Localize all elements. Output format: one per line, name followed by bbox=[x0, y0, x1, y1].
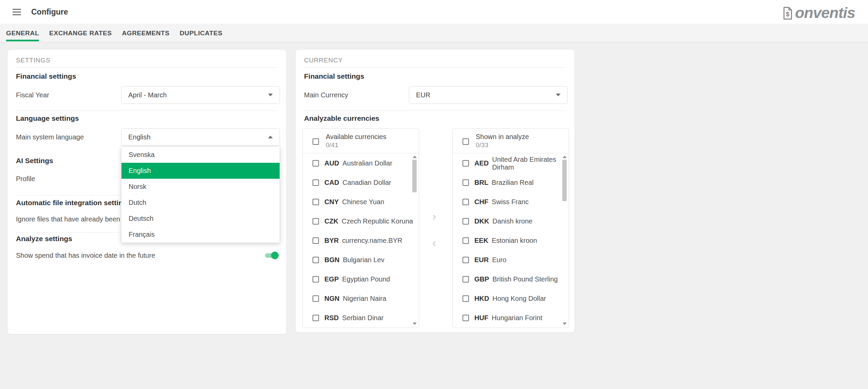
tab[interactable]: AGREEMENTS bbox=[122, 24, 169, 42]
scrollbar-thumb[interactable] bbox=[562, 160, 567, 201]
currency-checkbox[interactable] bbox=[313, 199, 319, 205]
scroll-down-icon[interactable] bbox=[563, 323, 567, 325]
currency-name: Australian Dollar bbox=[342, 159, 392, 167]
currency-list-item[interactable]: CZK Czech Republic Koruna bbox=[303, 212, 419, 231]
currency-list-item[interactable]: EEK Estonian kroon bbox=[453, 231, 569, 250]
fiscal-year-select[interactable]: April - March bbox=[121, 86, 280, 104]
tab[interactable]: GENERAL bbox=[6, 24, 39, 42]
currency-list-item[interactable]: GBP British Pound Sterling bbox=[453, 270, 569, 289]
chevron-down-icon bbox=[556, 94, 561, 96]
currency-list-item[interactable]: BYR currency.name.BYR bbox=[303, 231, 419, 250]
language-option-label: Deutsch bbox=[129, 215, 153, 222]
currency-checkbox[interactable] bbox=[463, 237, 469, 244]
currency-checkbox[interactable] bbox=[313, 179, 319, 186]
menu-icon[interactable] bbox=[13, 9, 21, 15]
move-right-button[interactable]: › bbox=[432, 210, 436, 222]
currency-checkbox[interactable] bbox=[463, 160, 469, 167]
available-currencies-label: Available currencies bbox=[326, 133, 386, 141]
currency-checkbox[interactable] bbox=[463, 295, 469, 302]
currency-financial-settings-title: Financial settings bbox=[304, 72, 364, 80]
main-system-language-label: Main system language bbox=[16, 133, 84, 141]
shown-in-analyze-listbox: Shown in analyze 0/33 AED United Arab Em… bbox=[452, 128, 569, 328]
scroll-down-icon[interactable] bbox=[413, 323, 417, 325]
currency-checkbox[interactable] bbox=[463, 199, 469, 205]
currency-code: EEK bbox=[474, 237, 488, 245]
main-currency-value: EUR bbox=[416, 91, 430, 99]
currency-checkbox[interactable] bbox=[313, 160, 319, 167]
select-all-shown-checkbox[interactable] bbox=[463, 138, 469, 145]
currency-list-item[interactable]: EUR Euro bbox=[453, 250, 569, 270]
currency-checkbox[interactable] bbox=[313, 295, 319, 302]
currency-name: Hong Kong Dollar bbox=[492, 295, 546, 303]
currency-name: Brazilian Real bbox=[492, 179, 533, 187]
language-option-label: Français bbox=[129, 231, 155, 238]
language-option[interactable]: Svenska bbox=[121, 147, 280, 163]
select-all-available-checkbox[interactable] bbox=[313, 138, 319, 145]
language-dropdown-menu: Svenska English Norsk Dutch Deutsch Fran… bbox=[121, 147, 280, 243]
currency-checkbox[interactable] bbox=[463, 276, 469, 283]
invoice-document-icon[interactable]: $ bbox=[782, 7, 793, 21]
scrollbar[interactable] bbox=[562, 156, 567, 325]
scroll-up-icon[interactable] bbox=[413, 156, 417, 158]
currency-list-item[interactable]: BGN Bulgarian Lev bbox=[303, 250, 419, 270]
scroll-up-icon[interactable] bbox=[563, 156, 567, 158]
currency-checkbox[interactable] bbox=[313, 237, 319, 244]
language-option[interactable]: English bbox=[121, 163, 280, 179]
currency-name: Chinese Yuan bbox=[342, 198, 384, 206]
currency-list-item[interactable]: CAD Canadian Dollar bbox=[303, 173, 419, 192]
show-spend-toggle[interactable] bbox=[265, 251, 279, 259]
language-settings-title: Language settings bbox=[16, 114, 79, 122]
tab[interactable]: EXCHANGE RATES bbox=[49, 24, 112, 42]
currency-checkbox[interactable] bbox=[313, 218, 319, 225]
currency-checkbox[interactable] bbox=[313, 315, 319, 321]
shown-in-analyze-list: AED United Arab Emirates Dirham BRL Braz… bbox=[453, 154, 569, 327]
settings-card: SETTINGS Financial settings Fiscal Year … bbox=[7, 49, 287, 334]
chevron-up-icon bbox=[268, 136, 273, 138]
chevron-down-icon bbox=[268, 94, 273, 96]
ai-settings-title: AI Settings bbox=[16, 157, 53, 165]
currency-list-item[interactable]: HKD Hong Kong Dollar bbox=[453, 289, 569, 308]
currency-name: Bulgarian Lev bbox=[343, 256, 384, 264]
currency-list-item[interactable]: HUF Hungarian Forint bbox=[453, 308, 569, 328]
language-option[interactable]: Deutsch bbox=[121, 211, 280, 227]
tab-bar: GENERAL EXCHANGE RATES AGREEMENTS DUPLIC… bbox=[0, 24, 868, 43]
available-currencies-count: 0/41 bbox=[326, 141, 386, 149]
currency-list-item[interactable]: NGN Nigerian Naira bbox=[303, 289, 419, 308]
language-option[interactable]: Dutch bbox=[121, 195, 280, 211]
tab[interactable]: DUPLICATES bbox=[180, 24, 223, 42]
currency-checkbox[interactable] bbox=[463, 315, 469, 321]
currency-list-item[interactable]: AED United Arab Emirates Dirham bbox=[453, 154, 569, 173]
scrollbar-thumb[interactable] bbox=[412, 160, 417, 192]
available-currencies-listbox: Available currencies 0/41 AUD Australian… bbox=[302, 128, 419, 328]
currency-code: CAD bbox=[324, 179, 339, 187]
toggle-knob bbox=[271, 252, 279, 259]
currency-list-item[interactable]: CHF Swiss Franc bbox=[453, 192, 569, 212]
tab-label: GENERAL bbox=[6, 30, 39, 37]
currency-list-item[interactable]: CNY Chinese Yuan bbox=[303, 192, 419, 212]
main-currency-select[interactable]: EUR bbox=[409, 86, 568, 104]
currency-list-item[interactable]: EGP Egyptian Pound bbox=[303, 270, 419, 289]
currency-list-item[interactable]: AUD Australian Dollar bbox=[303, 154, 419, 173]
currency-list-item[interactable]: BRL Brazilian Real bbox=[453, 173, 569, 192]
language-option[interactable]: Norsk bbox=[121, 179, 280, 195]
analyze-settings-title: Analyze settings bbox=[16, 235, 72, 243]
currency-name: Estonian kroon bbox=[492, 237, 537, 245]
currency-name: Canadian Dollar bbox=[342, 179, 391, 187]
currency-checkbox[interactable] bbox=[463, 257, 469, 263]
language-option[interactable]: Français bbox=[121, 227, 280, 242]
currency-checkbox[interactable] bbox=[463, 179, 469, 186]
currency-checkbox[interactable] bbox=[463, 218, 469, 225]
move-left-button[interactable]: ‹ bbox=[432, 237, 436, 248]
scrollbar[interactable] bbox=[412, 156, 417, 325]
currency-checkbox[interactable] bbox=[313, 276, 319, 283]
currency-code: CHF bbox=[474, 198, 488, 206]
language-option-label: Dutch bbox=[129, 199, 146, 207]
currency-name: Czech Republic Koruna bbox=[342, 217, 413, 225]
main-system-language-select[interactable]: English bbox=[121, 128, 280, 146]
currency-code: BRL bbox=[474, 179, 488, 187]
currency-list-item[interactable]: DKK Danish krone bbox=[453, 212, 569, 231]
currency-checkbox[interactable] bbox=[313, 257, 319, 263]
currency-code: BYR bbox=[324, 237, 339, 245]
shown-in-analyze-count: 0/33 bbox=[476, 141, 529, 149]
currency-list-item[interactable]: RSD Serbian Dinar bbox=[303, 308, 419, 328]
